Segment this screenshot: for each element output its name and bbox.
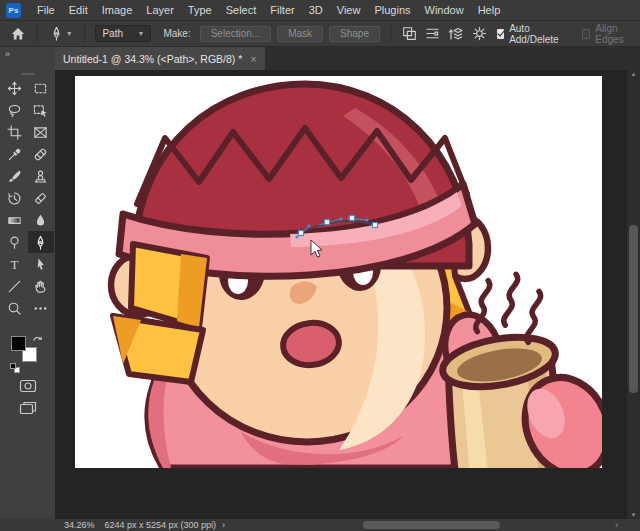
history-brush-tool[interactable] bbox=[2, 187, 28, 209]
svg-text:T: T bbox=[10, 257, 18, 272]
menu-image[interactable]: Image bbox=[95, 0, 140, 20]
default-colors-icon[interactable] bbox=[10, 363, 20, 373]
make-shape-button[interactable]: Shape bbox=[329, 26, 380, 42]
align-edges-checkbox[interactable]: Align Edges bbox=[582, 23, 634, 45]
brush-tool[interactable] bbox=[2, 165, 28, 187]
path-selection-tool[interactable] bbox=[28, 253, 54, 275]
eyedropper-tool[interactable] bbox=[2, 143, 28, 165]
gradient-tool[interactable] bbox=[2, 209, 28, 231]
tool-options-bar: ▼ Path ▼ Make: Selection... Mask Shape A… bbox=[0, 20, 640, 47]
vertical-scrollbar[interactable]: ▲ ▼ bbox=[627, 70, 640, 519]
line-tool[interactable] bbox=[2, 275, 28, 297]
artwork-chibi-girl bbox=[75, 76, 602, 468]
status-bar: 34.26% 6244 px x 5254 px (300 ppi) › bbox=[0, 519, 640, 531]
scroll-down-icon[interactable]: ▼ bbox=[627, 512, 640, 518]
menu-help[interactable]: Help bbox=[471, 0, 508, 20]
document-canvas[interactable] bbox=[75, 76, 602, 468]
menu-window[interactable]: Window bbox=[418, 0, 471, 20]
edit-toolbar-button[interactable] bbox=[28, 297, 54, 319]
auto-add-delete-checkbox[interactable]: Auto Add/Delete bbox=[497, 23, 563, 45]
chevron-down-icon: ▼ bbox=[138, 30, 145, 37]
path-operations-icon[interactable] bbox=[398, 26, 421, 41]
object-selection-tool[interactable] bbox=[28, 99, 54, 121]
menu-edit[interactable]: Edit bbox=[62, 0, 95, 20]
vertical-scrollbar-thumb[interactable] bbox=[629, 225, 638, 393]
horizontal-scrollbar-thumb[interactable] bbox=[363, 521, 500, 529]
menu-3d[interactable]: 3D bbox=[302, 0, 330, 20]
path-arrangement-icon[interactable] bbox=[444, 26, 468, 42]
menu-select[interactable]: Select bbox=[219, 0, 264, 20]
menu-filter[interactable]: Filter bbox=[263, 0, 301, 20]
type-tool[interactable]: T bbox=[2, 253, 28, 275]
dodge-tool[interactable] bbox=[2, 231, 28, 253]
status-chevron-icon[interactable]: › bbox=[222, 520, 225, 530]
path-alignment-icon[interactable] bbox=[421, 26, 444, 41]
menu-view[interactable]: View bbox=[330, 0, 368, 20]
gear-icon[interactable] bbox=[468, 26, 491, 41]
foreground-color-swatch[interactable] bbox=[11, 336, 26, 351]
panel-grip[interactable] bbox=[21, 73, 35, 75]
checkbox-unchecked-icon bbox=[582, 29, 590, 39]
tools-panel: T bbox=[0, 70, 55, 519]
frame-tool[interactable] bbox=[28, 121, 54, 143]
blur-tool[interactable] bbox=[28, 209, 54, 231]
collapse-panel-icon[interactable]: » bbox=[5, 49, 10, 59]
document-tab-bar: » Untitled-1 @ 34.3% (<Path>, RGB/8) * × bbox=[0, 47, 640, 70]
scroll-up-icon[interactable]: ▲ bbox=[627, 71, 640, 77]
tools-panel-header[interactable]: » bbox=[0, 47, 55, 70]
document-tab[interactable]: Untitled-1 @ 34.3% (<Path>, RGB/8) * × bbox=[55, 47, 265, 70]
zoom-tool[interactable] bbox=[2, 297, 28, 319]
zoom-level-field[interactable]: 34.26% bbox=[64, 520, 95, 530]
align-edges-label: Align Edges bbox=[595, 23, 634, 45]
eraser-tool[interactable] bbox=[28, 187, 54, 209]
quick-mask-button[interactable] bbox=[15, 377, 41, 395]
photoshop-logo[interactable]: Ps bbox=[6, 3, 21, 18]
checkbox-checked-icon bbox=[497, 29, 504, 39]
menu-type[interactable]: Type bbox=[181, 0, 219, 20]
move-tool[interactable] bbox=[2, 77, 28, 99]
spot-healing-brush-tool[interactable] bbox=[28, 143, 54, 165]
swap-colors-icon[interactable] bbox=[32, 329, 43, 347]
document-info: 6244 px x 5254 px (300 ppi) bbox=[105, 520, 217, 530]
menu-layer[interactable]: Layer bbox=[139, 0, 181, 20]
pen-tool[interactable] bbox=[28, 231, 54, 253]
make-label: Make: bbox=[163, 28, 190, 39]
menu-plugins[interactable]: Plugins bbox=[367, 0, 417, 20]
document-tab-title: Untitled-1 @ 34.3% (<Path>, RGB/8) * bbox=[63, 53, 242, 65]
auto-add-delete-label: Auto Add/Delete bbox=[509, 23, 562, 45]
rectangular-marquee-tool[interactable] bbox=[28, 77, 54, 99]
home-icon[interactable] bbox=[6, 26, 30, 42]
chevron-down-icon: ▼ bbox=[66, 30, 73, 37]
crop-tool[interactable] bbox=[2, 121, 28, 143]
make-selection-button[interactable]: Selection... bbox=[200, 26, 271, 42]
tool-mode-select[interactable]: Path ▼ bbox=[95, 25, 151, 42]
menu-file[interactable]: File bbox=[30, 0, 62, 20]
clone-stamp-tool[interactable] bbox=[28, 165, 54, 187]
screen-mode-button[interactable] bbox=[15, 399, 41, 417]
canvas-pasteboard: ▲ ▼ bbox=[55, 70, 640, 519]
corner-chevron-icon[interactable]: › bbox=[615, 519, 618, 531]
pen-tool-preset-icon[interactable]: ▼ bbox=[45, 26, 77, 41]
workspace: T bbox=[0, 70, 640, 519]
color-swatches bbox=[10, 329, 46, 373]
make-mask-button[interactable]: Mask bbox=[277, 26, 323, 42]
close-tab-icon[interactable]: × bbox=[250, 53, 256, 65]
menu-bar: Ps File Edit Image Layer Type Select Fil… bbox=[0, 0, 640, 20]
lasso-tool[interactable] bbox=[2, 99, 28, 121]
hand-tool[interactable] bbox=[28, 275, 54, 297]
